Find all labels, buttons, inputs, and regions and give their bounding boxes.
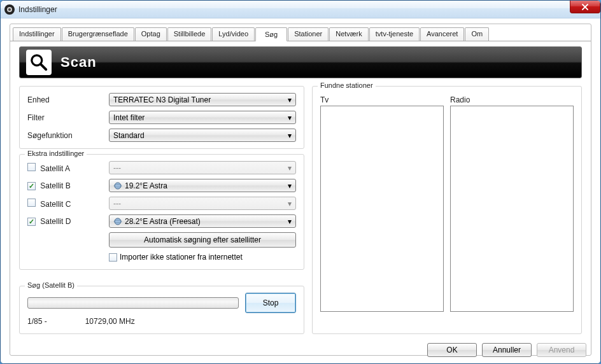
tab-content: Scan Enhed TERRATEC N3 Digital Tuner ▾ <box>10 41 591 355</box>
svg-line-3 <box>41 64 46 69</box>
apply-button: Anvend <box>537 343 586 357</box>
import-checkbox[interactable] <box>109 253 117 262</box>
search-counter: 1/85 - <box>27 317 47 326</box>
tab-s-g[interactable]: Søg <box>255 27 287 41</box>
sat-b-value: 19.2°E Astra <box>125 181 167 190</box>
basic-settings-panel: Enhed TERRATEC N3 Digital Tuner ▾ Filter <box>19 86 304 149</box>
sat-b-checkbox[interactable] <box>27 182 36 190</box>
sat-a-value: --- <box>113 164 121 172</box>
close-button[interactable] <box>570 1 600 13</box>
chevron-down-icon: ▾ <box>288 95 292 104</box>
sat-a-select: --- ▾ <box>109 161 296 174</box>
svg-point-1 <box>8 8 11 11</box>
sat-c-select: --- ▾ <box>109 197 296 210</box>
search-freq: 10729,00 MHz <box>85 317 135 326</box>
enhed-label: Enhed <box>27 95 109 104</box>
filter-label: Filter <box>27 113 109 122</box>
search-legend: Søg (Satellit B) <box>25 281 77 289</box>
page-title: Scan <box>60 54 97 71</box>
app-icon <box>4 4 15 15</box>
sat-c-row: Satellit C <box>27 199 109 209</box>
tab-lyd-video[interactable]: Lyd/video <box>212 27 255 41</box>
titlebar: Indstillinger <box>1 1 600 18</box>
ekstra-fieldset: Ekstra indstillinger Satellit A --- ▾ <box>19 154 304 270</box>
ok-button[interactable]: OK <box>427 343 477 357</box>
sat-d-select[interactable]: 28.2°E Astra (Freesat) ▾ <box>109 214 296 228</box>
chevron-down-icon: ▾ <box>288 164 292 172</box>
sat-a-checkbox[interactable] <box>27 163 36 171</box>
chevron-down-icon: ▾ <box>288 199 292 208</box>
radio-column-label: Radio <box>450 95 574 104</box>
tab-indstillinger[interactable]: Indstillinger <box>13 27 61 41</box>
found-fieldset: Fundne stationer Tv Radio <box>312 86 582 334</box>
ok-label: OK <box>446 346 457 354</box>
tab-brugergr-nseflade[interactable]: Brugergrænseflade <box>62 27 134 41</box>
sat-d-value: 28.2°E Astra (Freesat) <box>125 217 201 226</box>
chevron-down-icon: ▾ <box>288 113 292 122</box>
tv-list[interactable] <box>320 106 444 312</box>
soge-select[interactable]: Standard ▾ <box>109 129 296 142</box>
cancel-label: Annuller <box>493 346 521 354</box>
cancel-button[interactable]: Annuller <box>482 343 532 357</box>
tab-om[interactable]: Om <box>465 27 489 41</box>
soge-label: Søgefunktion <box>27 131 109 140</box>
tab-netv-rk[interactable]: Netværk <box>329 27 369 41</box>
dialog-buttons: OK Annuller Anvend <box>427 343 586 357</box>
apply-label: Anvend <box>549 346 575 354</box>
tab-bar: IndstillingerBrugergrænsefladeOptagStill… <box>10 24 591 41</box>
sat-c-value: --- <box>113 199 121 208</box>
satellite-icon <box>113 181 122 190</box>
sat-d-checkbox[interactable] <box>27 218 36 226</box>
ekstra-legend: Ekstra indstillinger <box>25 150 87 157</box>
tab-stationer[interactable]: Stationer <box>288 27 329 41</box>
tab-stillbillede[interactable]: Stillbillede <box>167 27 212 41</box>
satellite-icon <box>113 217 122 226</box>
chevron-down-icon: ▾ <box>288 217 292 226</box>
sat-c-checkbox[interactable] <box>27 199 36 207</box>
tab-optag[interactable]: Optag <box>135 27 167 41</box>
tv-column-label: Tv <box>320 95 444 104</box>
sat-b-label: Satellit B <box>40 181 70 190</box>
filter-value: Intet filter <box>113 113 145 122</box>
import-label: Importer ikke stationer fra internettet <box>120 253 243 262</box>
auto-search-label: Automatisk søgning efter satellitter <box>144 235 261 244</box>
sat-c-label: Satellit C <box>40 200 71 209</box>
stop-label: Stop <box>263 298 279 307</box>
radio-list[interactable] <box>450 106 574 312</box>
sat-a-label: Satellit A <box>40 164 70 173</box>
magnifier-icon <box>26 50 52 75</box>
dialog-frame: IndstillingerBrugergrænsefladeOptagStill… <box>10 24 591 356</box>
sat-d-row: Satellit D <box>27 217 109 226</box>
enhed-value: TERRATEC N3 Digital Tuner <box>113 95 211 104</box>
found-legend: Fundne stationer <box>318 81 376 89</box>
client-area: IndstillingerBrugergrænsefladeOptagStill… <box>1 18 600 363</box>
auto-search-button[interactable]: Automatisk søgning efter satellitter <box>109 232 296 248</box>
sat-b-row: Satellit B <box>27 181 109 190</box>
svg-point-6 <box>115 218 121 225</box>
soge-value: Standard <box>113 131 145 140</box>
window-title: Indstillinger <box>18 5 57 14</box>
enhed-select[interactable]: TERRATEC N3 Digital Tuner ▾ <box>109 93 296 106</box>
tab-avanceret[interactable]: Avanceret <box>420 27 464 41</box>
sat-a-row: Satellit A <box>27 163 109 173</box>
progress-bar <box>27 297 239 309</box>
scan-header: Scan <box>19 46 582 78</box>
svg-point-4 <box>115 183 121 189</box>
filter-select[interactable]: Intet filter ▾ <box>109 111 296 124</box>
sat-b-select[interactable]: 19.2°E Astra ▾ <box>109 179 296 192</box>
settings-window: Indstillinger IndstillingerBrugergrænsef… <box>0 0 601 364</box>
chevron-down-icon: ▾ <box>288 181 292 190</box>
sat-d-label: Satellit D <box>40 217 71 226</box>
chevron-down-icon: ▾ <box>288 131 292 140</box>
tab-tvtv-tjeneste[interactable]: tvtv-tjeneste <box>369 27 420 41</box>
stop-button[interactable]: Stop <box>245 293 296 313</box>
search-progress-fieldset: Søg (Satellit B) Stop 1/85 - 10729,00 MH… <box>19 286 304 334</box>
